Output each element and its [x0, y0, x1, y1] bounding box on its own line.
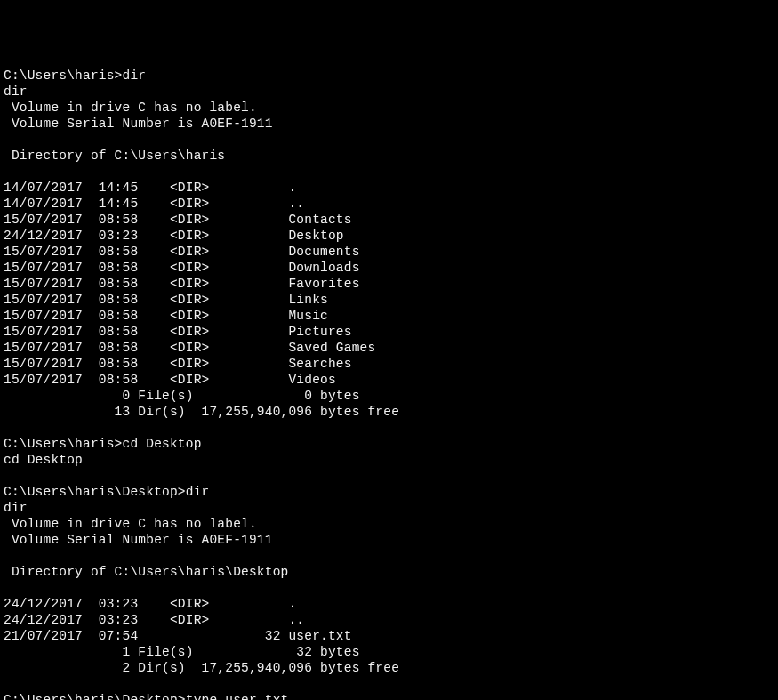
directory-of: Directory of C:\Users\haris\Desktop: [4, 564, 778, 580]
directory-of: Directory of C:\Users\haris: [4, 148, 778, 164]
dir-entry: 15/07/2017 08:58 <DIR> Contacts: [4, 212, 778, 228]
volume-label: Volume in drive C has no label.: [4, 100, 778, 116]
blank-line: [4, 548, 778, 564]
terminal-window[interactable]: C:\Users\haris>dirdir Volume in drive C …: [4, 68, 778, 700]
file-summary: 1 File(s) 32 bytes: [4, 644, 778, 660]
file-summary: 0 File(s) 0 bytes: [4, 388, 778, 404]
blank-line: [4, 676, 778, 692]
dir-entry: 15/07/2017 08:58 <DIR> Favorites: [4, 276, 778, 292]
dir-entry: 24/12/2017 03:23 <DIR> ..: [4, 612, 778, 628]
serial-number: Volume Serial Number is A0EF-1911: [4, 532, 778, 548]
command-echo: dir: [4, 500, 778, 516]
prompt-line: C:\Users\haris\Desktop>dir: [4, 484, 778, 500]
dir-entry: 15/07/2017 08:58 <DIR> Videos: [4, 372, 778, 388]
dir-entry: 15/07/2017 08:58 <DIR> Links: [4, 292, 778, 308]
dir-entry: 15/07/2017 08:58 <DIR> Saved Games: [4, 340, 778, 356]
serial-number: Volume Serial Number is A0EF-1911: [4, 116, 778, 132]
prompt-line: C:\Users\haris>cd Desktop: [4, 436, 778, 452]
blank-line: [4, 132, 778, 148]
dir-entry: 15/07/2017 08:58 <DIR> Searches: [4, 356, 778, 372]
prompt-line: C:\Users\haris>dir: [4, 68, 778, 84]
command-echo: cd Desktop: [4, 452, 778, 468]
dir-entry: 14/07/2017 14:45 <DIR> ..: [4, 196, 778, 212]
blank-line: [4, 468, 778, 484]
dir-entry: 24/12/2017 03:23 <DIR> .: [4, 596, 778, 612]
dir-entry: 15/07/2017 08:58 <DIR> Documents: [4, 244, 778, 260]
dir-entry: 15/07/2017 08:58 <DIR> Pictures: [4, 324, 778, 340]
dir-summary: 13 Dir(s) 17,255,940,096 bytes free: [4, 404, 778, 420]
blank-line: [4, 580, 778, 596]
dir-entry: 15/07/2017 08:58 <DIR> Music: [4, 308, 778, 324]
dir-summary: 2 Dir(s) 17,255,940,096 bytes free: [4, 660, 778, 676]
prompt-line: C:\Users\haris\Desktop>type user.txt: [4, 692, 778, 700]
dir-entry: 24/12/2017 03:23 <DIR> Desktop: [4, 228, 778, 244]
blank-line: [4, 164, 778, 180]
dir-entry: 21/07/2017 07:54 32 user.txt: [4, 628, 778, 644]
volume-label: Volume in drive C has no label.: [4, 516, 778, 532]
command-echo: dir: [4, 84, 778, 100]
dir-entry: 15/07/2017 08:58 <DIR> Downloads: [4, 260, 778, 276]
blank-line: [4, 420, 778, 436]
dir-entry: 14/07/2017 14:45 <DIR> .: [4, 180, 778, 196]
